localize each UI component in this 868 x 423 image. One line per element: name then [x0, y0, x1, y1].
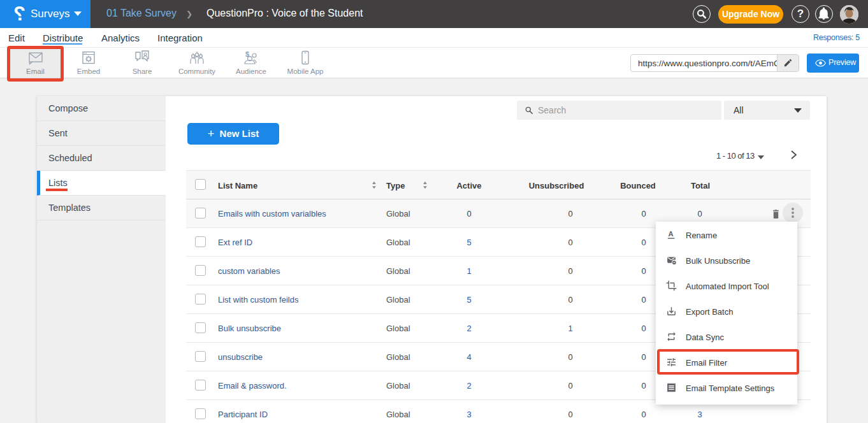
svg-text:A: A: [669, 230, 674, 238]
